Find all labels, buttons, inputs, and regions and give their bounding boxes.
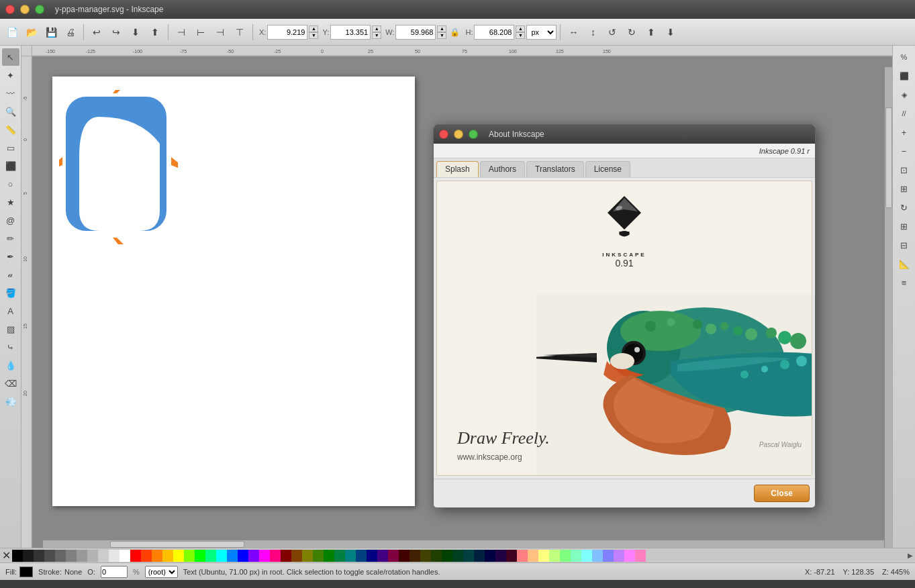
- w-down[interactable]: ▼: [437, 32, 446, 39]
- y-down[interactable]: ▼: [372, 32, 381, 39]
- spiral-tool[interactable]: @: [2, 211, 19, 229]
- palette-color-swatch[interactable]: [592, 550, 603, 562]
- tab-license[interactable]: License: [585, 161, 630, 177]
- palette-color-swatch[interactable]: [87, 550, 98, 562]
- h-up[interactable]: ▲: [516, 26, 525, 32]
- palette-color-swatch[interactable]: [152, 550, 162, 562]
- palette-color-swatch[interactable]: [12, 550, 23, 562]
- pencil-tool[interactable]: ✏: [2, 230, 19, 247]
- import-button[interactable]: ⬇: [126, 23, 145, 42]
- palette-scroll-right[interactable]: ▶: [906, 552, 915, 559]
- rotate-cw-button[interactable]: ↻: [622, 23, 641, 42]
- palette-color-swatch[interactable]: [195, 550, 205, 562]
- palette-color-swatch[interactable]: [399, 550, 410, 562]
- zoom-page[interactable]: ⊞: [896, 180, 913, 197]
- palette-color-swatch[interactable]: [388, 550, 399, 562]
- palette-color-swatch[interactable]: [238, 550, 248, 562]
- unit-select[interactable]: pxmmcmin: [526, 25, 557, 40]
- layer-select[interactable]: (root): [145, 566, 178, 578]
- palette-color-swatch[interactable]: [130, 550, 141, 562]
- h-input[interactable]: [474, 25, 514, 40]
- palette-color-swatch[interactable]: [538, 550, 549, 562]
- palette-color-swatch[interactable]: [77, 550, 87, 562]
- dropper-tool[interactable]: 💧: [2, 356, 19, 374]
- export-button[interactable]: ⬆: [146, 23, 164, 42]
- rect-tool[interactable]: ▭: [2, 139, 19, 156]
- palette-color-swatch[interactable]: [442, 550, 452, 562]
- palette-color-swatch[interactable]: [463, 550, 474, 562]
- h-scrollbar-thumb[interactable]: [110, 541, 244, 548]
- palette-color-swatch[interactable]: [474, 550, 485, 562]
- palette-color-swatch[interactable]: [98, 550, 109, 562]
- measure-tool[interactable]: 📏: [2, 121, 19, 138]
- palette-color-swatch[interactable]: [55, 550, 66, 562]
- close-button[interactable]: Close: [754, 485, 810, 502]
- palette-color-swatch[interactable]: [549, 550, 560, 562]
- palette-color-swatch[interactable]: [184, 550, 195, 562]
- align-top-button[interactable]: ⊤: [230, 23, 249, 42]
- x-input[interactable]: [267, 25, 307, 40]
- zoom-in[interactable]: +: [896, 124, 913, 141]
- rotate-ccw-button[interactable]: ↺: [603, 23, 622, 42]
- circle-tool[interactable]: ○: [2, 175, 19, 193]
- close-window-button[interactable]: [5, 5, 15, 14]
- palette-color-swatch[interactable]: [109, 550, 119, 562]
- palette-color-swatch[interactable]: [517, 550, 528, 562]
- fill-color-swatch[interactable]: [19, 567, 33, 577]
- redo-button[interactable]: ↪: [107, 23, 126, 42]
- palette-color-swatch[interactable]: [528, 550, 538, 562]
- palette-color-swatch[interactable]: [248, 550, 259, 562]
- palette-color-swatch[interactable]: [581, 550, 592, 562]
- lower-button[interactable]: ⬇: [661, 23, 680, 42]
- palette-color-swatch[interactable]: [313, 550, 324, 562]
- w-input[interactable]: [395, 25, 436, 40]
- tab-authors[interactable]: Authors: [480, 161, 525, 177]
- palette-color-swatch[interactable]: [23, 550, 34, 562]
- x-down[interactable]: ▼: [309, 32, 318, 39]
- guides-toggle[interactable]: ⊟: [896, 236, 913, 254]
- pen-tool[interactable]: ✒: [2, 248, 19, 265]
- star-tool[interactable]: ★: [2, 193, 19, 211]
- w-up[interactable]: ▲: [437, 26, 446, 32]
- undo-button[interactable]: ↩: [87, 23, 106, 42]
- lock-aspect-button[interactable]: 🔒: [448, 26, 461, 39]
- horizontal-scrollbar[interactable]: [43, 540, 892, 548]
- palette-color-swatch[interactable]: [173, 550, 184, 562]
- palette-color-swatch[interactable]: [334, 550, 345, 562]
- minimize-button[interactable]: [20, 5, 30, 14]
- palette-color-swatch[interactable]: [614, 550, 624, 562]
- palette-color-swatch[interactable]: [324, 550, 334, 562]
- zoom-tool[interactable]: 🔍: [2, 103, 19, 120]
- eraser-tool[interactable]: ⌫: [2, 375, 19, 392]
- palette-color-swatch[interactable]: [560, 550, 571, 562]
- palette-color-swatch[interactable]: [345, 550, 356, 562]
- palette-color-swatch[interactable]: [495, 550, 506, 562]
- palette-color-swatch[interactable]: [216, 550, 227, 562]
- palette-color-swatch[interactable]: [485, 550, 495, 562]
- tweak-tool[interactable]: 〰: [2, 85, 19, 102]
- palette-color-swatch[interactable]: [281, 550, 291, 562]
- y-up[interactable]: ▲: [372, 26, 381, 32]
- select-tool[interactable]: ↖: [2, 48, 19, 66]
- grid-toggle[interactable]: ⊞: [896, 217, 913, 235]
- flip-h-button[interactable]: ↔: [564, 23, 583, 42]
- palette-color-swatch[interactable]: [119, 550, 130, 562]
- snap-ruler[interactable]: 📐: [896, 255, 913, 273]
- palette-color-swatch[interactable]: [356, 550, 367, 562]
- snap-nodes[interactable]: ◈: [896, 86, 913, 103]
- palette-color-swatch[interactable]: [506, 550, 517, 562]
- open-button[interactable]: 📂: [22, 23, 41, 42]
- text-tool[interactable]: A: [2, 302, 19, 320]
- v-scrollbar-thumb[interactable]: [885, 107, 892, 208]
- palette-color-swatch[interactable]: [34, 550, 44, 562]
- zoom-fit[interactable]: ⊡: [896, 161, 913, 179]
- bucket-tool[interactable]: 🪣: [2, 284, 19, 301]
- palette-color-swatch[interactable]: [367, 550, 377, 562]
- connector-tool[interactable]: ⤷: [2, 338, 19, 356]
- gradient-tool[interactable]: ▨: [2, 320, 19, 338]
- palette-color-swatch[interactable]: [302, 550, 313, 562]
- about-minimize-button[interactable]: [454, 130, 463, 139]
- palette-color-swatch[interactable]: [571, 550, 581, 562]
- opacity-input[interactable]: [101, 566, 128, 578]
- palette-color-swatch[interactable]: [66, 550, 77, 562]
